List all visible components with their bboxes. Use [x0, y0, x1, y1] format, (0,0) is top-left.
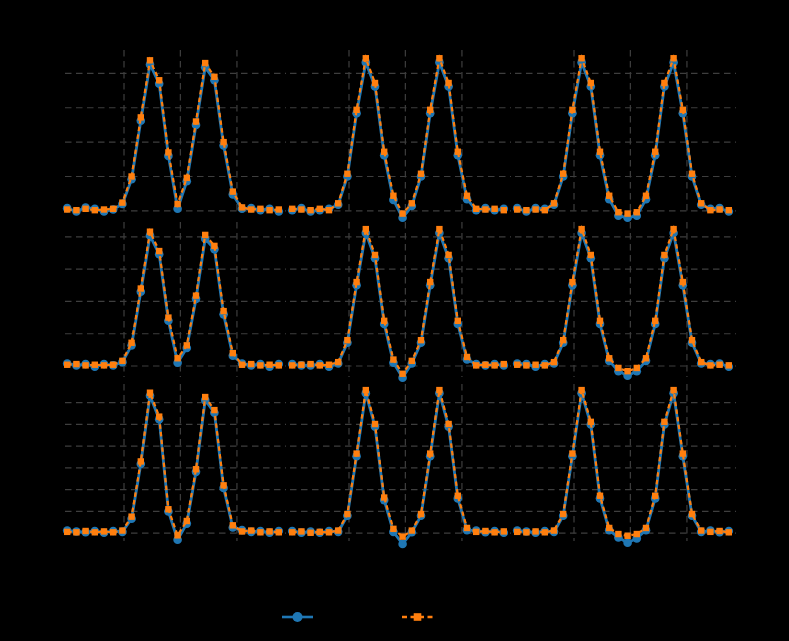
square-marker	[276, 362, 282, 368]
square-marker	[514, 362, 520, 368]
square-marker	[578, 226, 584, 232]
square-marker	[615, 209, 621, 215]
square-marker	[344, 511, 350, 517]
square-marker	[409, 200, 415, 206]
square-marker	[661, 80, 667, 86]
square-marker	[326, 362, 332, 368]
square-marker	[523, 362, 529, 368]
square-marker	[156, 413, 162, 419]
square-marker	[266, 362, 272, 368]
square-marker	[128, 173, 134, 179]
square-marker	[707, 207, 713, 213]
square-marker	[64, 529, 70, 535]
square-marker	[726, 529, 732, 535]
square-marker	[73, 207, 79, 213]
square-marker	[464, 193, 470, 199]
square-marker	[501, 361, 507, 367]
square-marker	[266, 207, 272, 213]
circle-marker	[398, 540, 407, 549]
square-marker	[399, 533, 405, 539]
square-marker	[464, 354, 470, 360]
square-marker	[335, 527, 341, 533]
square-marker	[726, 362, 732, 368]
square-marker	[138, 285, 144, 291]
square-marker	[317, 529, 323, 535]
square-marker	[92, 362, 98, 368]
square-marker	[427, 107, 433, 113]
square-marker	[569, 107, 575, 113]
square-marker	[455, 318, 461, 324]
square-marker	[482, 206, 488, 212]
square-marker	[202, 394, 208, 400]
square-marker	[560, 337, 566, 343]
square-marker	[101, 528, 107, 534]
square-marker	[551, 527, 557, 533]
square-marker	[726, 207, 732, 213]
square-marker	[372, 421, 378, 427]
square-marker	[532, 362, 538, 368]
square-marker	[560, 511, 566, 517]
square-marker	[138, 458, 144, 464]
square-marker	[551, 359, 557, 365]
square-marker	[436, 55, 442, 61]
square-marker	[615, 365, 621, 371]
square-marker	[110, 362, 116, 368]
square-marker	[138, 114, 144, 120]
square-marker	[317, 206, 323, 212]
square-marker	[344, 337, 350, 343]
square-marker	[165, 506, 171, 512]
square-marker	[230, 188, 236, 194]
square-marker	[482, 528, 488, 534]
square-marker	[248, 527, 254, 533]
square-marker	[390, 356, 396, 362]
square-marker	[716, 362, 722, 368]
square-marker	[147, 228, 153, 234]
square-marker	[445, 80, 451, 86]
square-marker	[289, 362, 295, 368]
square-marker	[643, 525, 649, 531]
square-marker	[436, 387, 442, 393]
square-marker	[82, 362, 88, 368]
square-marker	[363, 387, 369, 393]
square-marker	[652, 149, 658, 155]
square-marker	[698, 527, 704, 533]
square-marker	[661, 419, 667, 425]
square-marker	[128, 513, 134, 519]
square-marker	[643, 355, 649, 361]
square-marker	[624, 210, 630, 216]
square-marker	[353, 279, 359, 285]
square-marker	[606, 525, 612, 531]
square-marker	[101, 206, 107, 212]
square-marker	[399, 210, 405, 216]
square-marker	[707, 362, 713, 368]
square-marker	[363, 226, 369, 232]
square-marker	[501, 207, 507, 213]
square-marker	[372, 80, 378, 86]
square-marker	[266, 528, 272, 534]
square-marker	[193, 466, 199, 472]
square-marker	[409, 358, 415, 364]
square-marker	[588, 80, 594, 86]
square-marker	[92, 207, 98, 213]
square-marker	[390, 526, 396, 532]
square-marker	[514, 529, 520, 535]
legend-square-marker	[414, 613, 422, 621]
square-marker	[156, 248, 162, 254]
square-marker	[101, 362, 107, 368]
square-marker	[248, 206, 254, 212]
square-marker	[156, 77, 162, 83]
square-marker	[542, 529, 548, 535]
square-marker	[276, 529, 282, 535]
square-marker	[532, 528, 538, 534]
square-marker	[220, 482, 226, 488]
square-marker	[588, 419, 594, 425]
square-marker	[353, 450, 359, 456]
square-marker	[670, 226, 676, 232]
square-marker	[82, 528, 88, 534]
square-marker	[165, 149, 171, 155]
square-marker	[220, 139, 226, 145]
square-marker	[257, 529, 263, 535]
square-marker	[551, 200, 557, 206]
square-marker	[680, 279, 686, 285]
square-marker	[174, 532, 180, 538]
